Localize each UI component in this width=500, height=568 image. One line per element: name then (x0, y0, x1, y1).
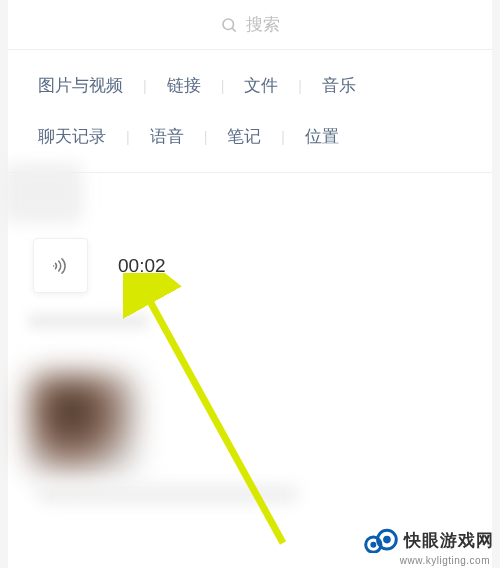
watermark-url: www.kyligting.com (400, 555, 490, 566)
blurred-content (38, 485, 298, 503)
sound-wave-icon (50, 255, 72, 277)
search-bar[interactable]: 搜索 (8, 0, 492, 50)
watermark-logo-icon (364, 526, 398, 554)
tab-links[interactable]: 链接 (167, 74, 201, 97)
tab-chat-history[interactable]: 聊天记录 (38, 125, 106, 148)
blurred-avatar (28, 373, 138, 473)
tab-voice[interactable]: 语音 (150, 125, 184, 148)
annotation-arrow (123, 273, 303, 553)
divider: | (204, 129, 208, 145)
divider: | (126, 129, 130, 145)
blurred-content (3, 163, 83, 223)
tab-notes[interactable]: 笔记 (227, 125, 261, 148)
svg-point-7 (383, 536, 391, 544)
svg-line-3 (141, 285, 283, 543)
tab-images-videos[interactable]: 图片与视频 (38, 74, 123, 97)
voice-duration: 00:02 (118, 255, 166, 277)
tab-files[interactable]: 文件 (244, 74, 278, 97)
search-icon (220, 16, 238, 34)
svg-point-0 (223, 19, 234, 30)
divider: | (298, 78, 302, 94)
divider: | (221, 78, 225, 94)
divider: | (143, 78, 147, 94)
category-tabs: 图片与视频 | 链接 | 文件 | 音乐 聊天记录 | 语音 | 笔记 | 位置 (8, 50, 492, 173)
search-placeholder: 搜索 (246, 13, 280, 36)
divider: | (281, 129, 285, 145)
watermark-brand: 快眼游戏网 (404, 529, 494, 552)
watermark: 快眼游戏网 (364, 526, 494, 554)
svg-line-1 (232, 28, 235, 31)
svg-point-5 (370, 542, 376, 548)
tab-music[interactable]: 音乐 (322, 74, 356, 97)
voice-play-button[interactable] (33, 238, 88, 293)
tab-location[interactable]: 位置 (305, 125, 339, 148)
blurred-content (28, 313, 148, 329)
content-area: 00:02 (8, 173, 492, 553)
voice-message[interactable]: 00:02 (33, 238, 166, 293)
